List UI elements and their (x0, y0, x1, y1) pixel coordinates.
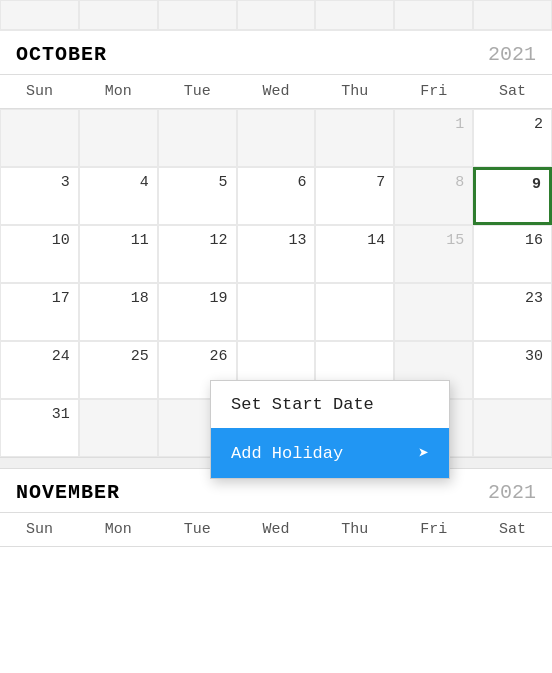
table-row[interactable]: 25 (79, 341, 158, 399)
table-row[interactable] (473, 399, 552, 457)
day-header-thu: Thu (315, 75, 394, 108)
date-number: 14 (324, 232, 385, 249)
date-number: 17 (9, 290, 70, 307)
set-start-date-menu-item[interactable]: Set Start Date (211, 381, 449, 428)
partial-cell (158, 0, 237, 30)
partial-cell (0, 0, 79, 30)
october-month-label: OCTOBER (16, 43, 107, 66)
table-row[interactable]: 5 (158, 167, 237, 225)
date-number: 31 (9, 406, 70, 423)
table-row[interactable]: 4 (79, 167, 158, 225)
table-row[interactable]: 1 (394, 109, 473, 167)
add-holiday-label: Add Holiday (231, 444, 343, 463)
table-row[interactable]: 3 (0, 167, 79, 225)
date-number: 18 (88, 290, 149, 307)
context-menu: Set Start Date Add Holiday ➤ (210, 380, 450, 479)
date-number: 30 (482, 348, 543, 365)
table-row[interactable]: 13 (237, 225, 316, 283)
date-number: 9 (484, 176, 541, 193)
table-row[interactable]: 14 (315, 225, 394, 283)
table-row[interactable]: 7 (315, 167, 394, 225)
date-number: 4 (88, 174, 149, 191)
selected-date-cell[interactable]: 9 (473, 167, 552, 225)
table-row[interactable]: 18 (79, 283, 158, 341)
date-number: 10 (9, 232, 70, 249)
add-holiday-menu-item[interactable]: Add Holiday ➤ (211, 428, 449, 478)
day-header-tue: Tue (158, 513, 237, 546)
day-header-mon: Mon (79, 513, 158, 546)
cursor-icon: ➤ (418, 442, 429, 464)
table-row[interactable] (158, 109, 237, 167)
date-number: 23 (482, 290, 543, 307)
table-row[interactable]: 23 (473, 283, 552, 341)
date-number: 15 (403, 232, 464, 249)
set-start-date-label: Set Start Date (231, 395, 374, 414)
partial-cell (394, 0, 473, 30)
table-row[interactable]: 11 (79, 225, 158, 283)
day-header-mon: Mon (79, 75, 158, 108)
table-row[interactable]: 10 (0, 225, 79, 283)
october-year-label: 2021 (488, 43, 536, 66)
november-month-label: NOVEMBER (16, 481, 120, 504)
day-header-thu: Thu (315, 513, 394, 546)
day-header-tue: Tue (158, 75, 237, 108)
table-row[interactable]: 19 (158, 283, 237, 341)
table-row[interactable] (315, 283, 394, 341)
table-row[interactable]: 31 (0, 399, 79, 457)
date-number: 25 (88, 348, 149, 365)
date-number: 6 (246, 174, 307, 191)
table-row[interactable]: 24 (0, 341, 79, 399)
date-number: 7 (324, 174, 385, 191)
table-row[interactable] (237, 283, 316, 341)
october-header: OCTOBER 2021 (0, 31, 552, 74)
date-number: 12 (167, 232, 228, 249)
partial-top-row (0, 0, 552, 31)
date-number: 26 (167, 348, 228, 365)
date-number: 24 (9, 348, 70, 365)
day-header-sun: Sun (0, 513, 79, 546)
date-number: 3 (9, 174, 70, 191)
november-day-headers: Sun Mon Tue Wed Thu Fri Sat (0, 512, 552, 547)
date-number: 2 (482, 116, 543, 133)
date-number: 11 (88, 232, 149, 249)
table-row[interactable]: 6 (237, 167, 316, 225)
day-header-wed: Wed (237, 75, 316, 108)
november-year-label: 2021 (488, 481, 536, 504)
date-number: 8 (403, 174, 464, 191)
table-row[interactable] (0, 109, 79, 167)
day-header-wed: Wed (237, 513, 316, 546)
table-row[interactable]: 15 (394, 225, 473, 283)
october-day-headers: Sun Mon Tue Wed Thu Fri Sat (0, 74, 552, 109)
table-row[interactable]: 30 (473, 341, 552, 399)
day-header-sat: Sat (473, 75, 552, 108)
table-row[interactable]: 12 (158, 225, 237, 283)
date-number: 13 (246, 232, 307, 249)
date-number: 5 (167, 174, 228, 191)
table-row[interactable]: 8 (394, 167, 473, 225)
date-number: 16 (482, 232, 543, 249)
table-row[interactable]: 2 (473, 109, 552, 167)
table-row[interactable] (237, 109, 316, 167)
day-header-sun: Sun (0, 75, 79, 108)
partial-cell (237, 0, 316, 30)
date-number: 19 (167, 290, 228, 307)
table-row[interactable] (79, 109, 158, 167)
day-header-fri: Fri (394, 75, 473, 108)
table-row[interactable]: 17 (0, 283, 79, 341)
day-header-fri: Fri (394, 513, 473, 546)
partial-cell (79, 0, 158, 30)
partial-cell (315, 0, 394, 30)
table-row[interactable] (79, 399, 158, 457)
table-row[interactable] (394, 283, 473, 341)
date-number: 1 (403, 116, 464, 133)
table-row[interactable]: 16 (473, 225, 552, 283)
day-header-sat: Sat (473, 513, 552, 546)
table-row[interactable] (315, 109, 394, 167)
partial-cell (473, 0, 552, 30)
